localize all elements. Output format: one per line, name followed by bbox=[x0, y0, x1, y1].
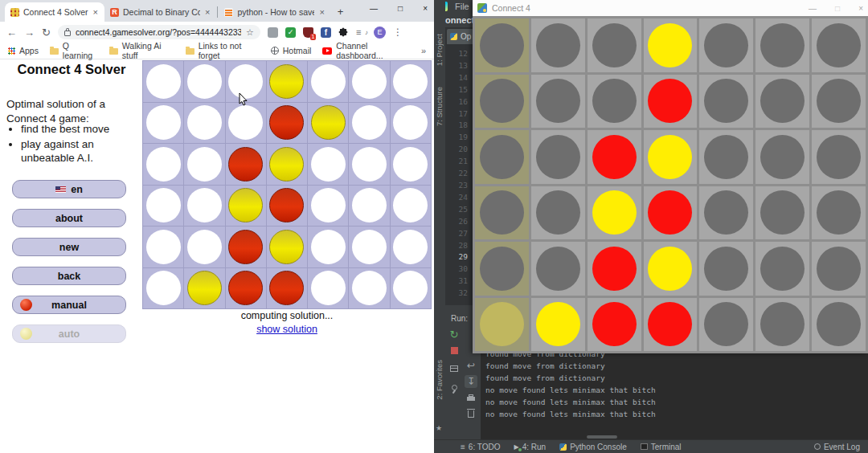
board-cell[interactable] bbox=[267, 186, 307, 226]
soft-wrap-icon[interactable]: ↩ bbox=[465, 360, 477, 371]
tab-python-stackoverflow[interactable]: python - How to save × bbox=[219, 2, 330, 22]
board-cell[interactable] bbox=[531, 186, 585, 240]
board-cell[interactable] bbox=[531, 18, 585, 72]
tab-decimal-binary[interactable]: R Decimal to Binary Co × bbox=[104, 2, 216, 22]
close-tab-icon[interactable]: × bbox=[318, 8, 325, 17]
structure-tool-tab[interactable]: 7: Structure bbox=[435, 87, 444, 126]
pin-extension-icon[interactable] bbox=[338, 27, 349, 38]
board-cell[interactable] bbox=[308, 226, 348, 267]
back-icon[interactable]: ← bbox=[6, 27, 17, 38]
board-cell[interactable] bbox=[531, 298, 585, 352]
board-cell[interactable] bbox=[184, 61, 224, 102]
board-cell[interactable] bbox=[349, 103, 389, 144]
extension-icon-grey[interactable] bbox=[268, 27, 278, 38]
board-cell[interactable] bbox=[391, 103, 431, 144]
todo-tool-button[interactable]: ≡6: TODO bbox=[461, 443, 501, 451]
board-cell[interactable] bbox=[812, 18, 866, 72]
back-button[interactable]: back bbox=[12, 267, 126, 285]
board-cell[interactable] bbox=[588, 242, 641, 296]
bookmark-hotmail[interactable]: Hotmail bbox=[271, 46, 312, 55]
board-cell[interactable] bbox=[226, 226, 266, 267]
board-cell[interactable] bbox=[475, 18, 529, 72]
board-cell[interactable] bbox=[644, 75, 698, 129]
board-cell[interactable] bbox=[349, 61, 389, 102]
scrollbar-thumb[interactable] bbox=[587, 435, 617, 439]
board-cell[interactable] bbox=[308, 186, 348, 226]
close-tab-icon[interactable]: × bbox=[92, 8, 99, 17]
restore-layout-icon[interactable] bbox=[448, 363, 460, 374]
board-cell[interactable] bbox=[184, 268, 224, 309]
project-tool-tab[interactable]: 1: Project bbox=[435, 34, 444, 66]
new-tab-button[interactable]: + bbox=[338, 6, 344, 18]
reload-icon[interactable]: ↻ bbox=[42, 27, 51, 38]
address-bar[interactable]: connect4.gamesolver.org/?pos=44444432333… bbox=[58, 25, 260, 39]
board-cell[interactable] bbox=[391, 186, 431, 226]
browser-menu-icon[interactable]: ⋮ bbox=[393, 27, 403, 38]
board-cell[interactable] bbox=[812, 242, 866, 296]
forward-icon[interactable]: → bbox=[24, 27, 35, 38]
bookmark-links[interactable]: Links to not forget bbox=[186, 41, 260, 60]
board-cell[interactable] bbox=[184, 144, 224, 185]
board-cell[interactable] bbox=[644, 242, 698, 296]
board-cell[interactable] bbox=[349, 186, 389, 226]
board-cell[interactable] bbox=[755, 242, 809, 296]
board-cell[interactable] bbox=[267, 103, 307, 144]
board-cell[interactable] bbox=[588, 18, 641, 72]
print-icon[interactable] bbox=[465, 392, 477, 403]
favorites-tool-tab[interactable]: 2: Favorites bbox=[435, 360, 444, 400]
bookmark-q-learning[interactable]: Q learning bbox=[50, 41, 98, 60]
board-cell[interactable] bbox=[699, 18, 753, 72]
close-icon[interactable]: × bbox=[423, 4, 428, 13]
game-title-bar[interactable]: Connect 4 — □ × bbox=[473, 0, 868, 16]
board-cell[interactable] bbox=[812, 130, 866, 184]
board-cell[interactable] bbox=[349, 268, 389, 309]
board-cell[interactable] bbox=[644, 298, 698, 352]
board-cell[interactable] bbox=[475, 75, 529, 129]
board-cell[interactable] bbox=[226, 186, 266, 226]
board-cell[interactable] bbox=[226, 103, 266, 144]
extension-icon-check[interactable]: ✓ bbox=[285, 27, 296, 38]
board-cell[interactable] bbox=[755, 186, 809, 240]
board-cell[interactable] bbox=[812, 298, 866, 352]
manual-button[interactable]: manual bbox=[12, 296, 126, 314]
board-cell[interactable] bbox=[588, 186, 641, 240]
board-cell[interactable] bbox=[475, 298, 529, 352]
scroll-to-end-icon[interactable]: ↧ bbox=[465, 375, 477, 388]
board-cell[interactable] bbox=[699, 298, 753, 352]
board-cell[interactable] bbox=[308, 103, 348, 144]
maximize-icon[interactable]: □ bbox=[835, 4, 840, 13]
board-cell[interactable] bbox=[812, 75, 866, 129]
tab-connect4-solver[interactable]: Connect 4 Solver × bbox=[5, 2, 104, 22]
board-cell[interactable] bbox=[267, 61, 307, 102]
bookmark-apps[interactable]: Apps bbox=[8, 46, 39, 55]
board-cell[interactable] bbox=[475, 186, 529, 240]
board-cell[interactable] bbox=[755, 75, 809, 129]
board-cell[interactable] bbox=[391, 144, 431, 185]
rerun-icon[interactable]: ↻ bbox=[448, 329, 460, 340]
board-cell[interactable] bbox=[755, 18, 809, 72]
board-cell[interactable] bbox=[644, 18, 698, 72]
bookmark-star-icon[interactable]: ☆ bbox=[246, 27, 254, 38]
board-cell[interactable] bbox=[699, 75, 753, 129]
board-cell[interactable] bbox=[184, 226, 224, 267]
board-cell[interactable] bbox=[308, 61, 348, 102]
board-cell[interactable] bbox=[588, 130, 641, 184]
board-cell[interactable] bbox=[184, 103, 224, 144]
bookmark-walking-ai[interactable]: Walking Ai stuff bbox=[109, 41, 174, 60]
adblock-shield-icon[interactable]: 1 bbox=[303, 27, 313, 38]
terminal-button[interactable]: Terminal bbox=[641, 443, 682, 451]
minimize-icon[interactable]: — bbox=[370, 4, 378, 13]
board-cell[interactable] bbox=[267, 268, 307, 309]
board-cell[interactable] bbox=[391, 268, 431, 309]
board-cell[interactable] bbox=[755, 298, 809, 352]
auto-button[interactable]: auto bbox=[12, 324, 126, 343]
board-cell[interactable] bbox=[226, 268, 266, 309]
board-cell[interactable] bbox=[531, 130, 585, 184]
board-cell[interactable] bbox=[143, 186, 183, 226]
about-button[interactable]: about bbox=[12, 209, 126, 227]
clear-console-icon[interactable] bbox=[465, 407, 477, 418]
board-cell[interactable] bbox=[531, 75, 585, 129]
board-cell[interactable] bbox=[644, 186, 698, 240]
board-cell[interactable] bbox=[699, 130, 753, 184]
board-cell[interactable] bbox=[143, 144, 183, 185]
